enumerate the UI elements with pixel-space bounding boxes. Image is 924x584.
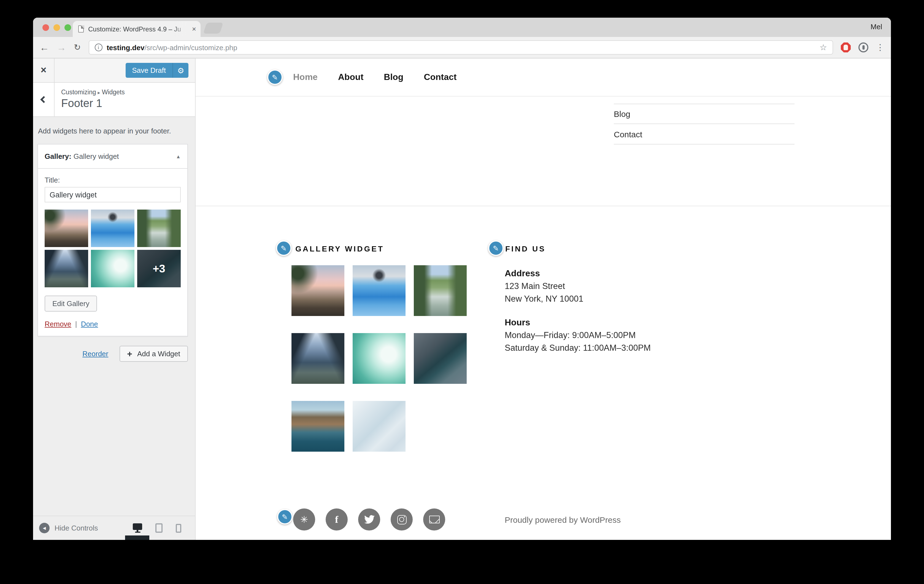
browser-tab[interactable]: Customize: WordPress 4.9 – Ju × xyxy=(73,21,201,37)
nav-link-home[interactable]: Home xyxy=(293,72,318,82)
page-list-item-contact[interactable]: Contact xyxy=(614,124,795,144)
close-window-button[interactable] xyxy=(43,24,49,31)
tablet-preview-button[interactable] xyxy=(155,524,163,533)
pencil-icon: ✎ xyxy=(493,244,499,252)
mobile-icon xyxy=(176,524,181,533)
pencil-icon: ✎ xyxy=(272,73,278,81)
edit-menu-shortcut-button[interactable]: ✎ xyxy=(267,69,283,85)
edit-social-menu-shortcut-button[interactable]: ✎ xyxy=(277,509,292,524)
traffic-lights xyxy=(43,24,71,31)
edit-gallery-button[interactable]: Edit Gallery xyxy=(45,296,97,311)
triangle-left-icon: ◀ xyxy=(43,526,46,530)
edit-gallery-widget-shortcut-button[interactable]: ✎ xyxy=(276,240,292,256)
gallery-image-water-texture[interactable] xyxy=(353,401,406,452)
widget-type-label: Gallery: xyxy=(45,152,71,160)
address-bar[interactable]: i testing.dev/src/wp-admin/customize.php… xyxy=(88,40,833,55)
breadcrumb-section: Widgets xyxy=(102,89,125,95)
social-link-facebook[interactable]: f xyxy=(326,508,348,531)
gallery-image-coast-cliffs[interactable] xyxy=(292,401,344,452)
gallery-image-surfer[interactable] xyxy=(353,333,406,384)
bookmark-star-icon[interactable]: ☆ xyxy=(820,43,827,52)
page-list-item-blog[interactable]: Blog xyxy=(614,104,795,124)
widget-card-header[interactable]: Gallery: Gallery widget ▲ xyxy=(38,144,187,169)
zoom-window-button[interactable] xyxy=(64,24,71,31)
save-draft-button[interactable]: Save Draft xyxy=(125,63,173,78)
email-envelope-icon xyxy=(429,516,439,523)
edit-findus-widget-shortcut-button[interactable]: ✎ xyxy=(488,240,503,256)
plus-icon: + xyxy=(127,349,132,358)
site-info-icon[interactable]: i xyxy=(94,43,102,51)
password-manager-extension-icon[interactable] xyxy=(858,43,868,52)
done-link[interactable]: Done xyxy=(81,320,98,328)
mobile-preview-button[interactable] xyxy=(176,524,181,533)
footer-findus-heading: FIND US xyxy=(505,244,546,253)
hours-label: Hours xyxy=(505,316,651,329)
facebook-icon: f xyxy=(335,514,338,525)
gallery-thumb-glacier-hiker[interactable] xyxy=(91,210,134,247)
reload-icon[interactable]: ↻ xyxy=(74,43,81,52)
site-footer: ✎ GALLERY WIDGET ✎ FIND US xyxy=(196,206,891,540)
tablet-icon xyxy=(155,524,163,533)
gallery-thumb-sunset-coast[interactable] xyxy=(45,210,88,247)
widget-title-input[interactable] xyxy=(45,187,181,202)
section-header: Customizing▸Widgets Footer 1 xyxy=(33,83,195,117)
hours-line2: Saturday & Sunday: 11:00AM–3:00PM xyxy=(505,341,651,354)
gallery-image-sunset-coast[interactable] xyxy=(292,265,344,316)
site-preview: ✎ Home About Blog Contact Blog Contact ✎… xyxy=(196,58,891,540)
collapse-sidebar-button[interactable]: ◀ xyxy=(39,523,50,533)
browser-profile-name[interactable]: Mel xyxy=(871,23,882,31)
nav-link-contact[interactable]: Contact xyxy=(424,72,457,82)
gallery-thumbnails: +3 xyxy=(45,210,181,287)
add-widget-label: Add a Widget xyxy=(137,350,180,358)
adblocker-extension-icon[interactable] xyxy=(841,43,851,52)
pages-widget-list: Blog Contact xyxy=(614,104,795,144)
gallery-image-forest-river[interactable] xyxy=(414,265,467,316)
gallery-image-dark-wave[interactable] xyxy=(414,333,467,384)
nav-link-blog[interactable]: Blog xyxy=(384,72,403,82)
browser-window: Customize: WordPress 4.9 – Ju × Mel ← → … xyxy=(33,18,891,540)
nav-link-about[interactable]: About xyxy=(338,72,363,82)
hide-controls-label[interactable]: Hide Controls xyxy=(54,524,98,532)
new-tab-button[interactable] xyxy=(203,23,223,34)
collapse-widget-icon[interactable]: ▲ xyxy=(176,154,181,159)
back-icon[interactable]: ← xyxy=(40,43,49,52)
hours-line1: Monday—Friday: 9:00AM–5:00PM xyxy=(505,329,651,341)
yelp-icon: ✳ xyxy=(300,514,308,525)
close-customizer-button[interactable]: × xyxy=(33,58,54,82)
gallery-image-glacier-hiker[interactable] xyxy=(353,265,406,316)
address-line2: New York, NY 10001 xyxy=(505,292,651,305)
social-link-email[interactable] xyxy=(423,508,445,531)
reorder-link[interactable]: Reorder xyxy=(82,350,108,358)
screen: Customize: WordPress 4.9 – Ju × Mel ← → … xyxy=(0,0,924,584)
customizer-header: × Save Draft ⚙ xyxy=(33,58,195,83)
tab-close-icon[interactable]: × xyxy=(192,25,196,33)
social-link-instagram[interactable] xyxy=(391,508,412,531)
gallery-thumb-forest-river[interactable] xyxy=(137,210,181,247)
more-images-overlay: +3 xyxy=(137,250,181,287)
gallery-thumb-fjord[interactable] xyxy=(45,250,88,287)
url-path: /src/wp-admin/customize.php xyxy=(144,43,237,51)
active-device-indicator xyxy=(125,536,149,540)
gallery-image-fjord[interactable] xyxy=(292,333,344,384)
gallery-thumb-more[interactable]: +3 xyxy=(137,250,181,287)
desktop-preview-button[interactable] xyxy=(133,523,142,533)
desktop-icon xyxy=(133,523,142,530)
gallery-thumb-surfer[interactable] xyxy=(91,250,134,287)
publish-settings-gear-icon[interactable]: ⚙ xyxy=(173,63,188,78)
social-link-twitter[interactable] xyxy=(358,508,380,531)
address-label: Address xyxy=(505,267,651,280)
widget-title-label: Gallery widget xyxy=(74,152,119,160)
back-section-button[interactable] xyxy=(33,83,54,116)
social-link-yelp[interactable]: ✳ xyxy=(293,508,315,531)
minimize-window-button[interactable] xyxy=(53,24,60,31)
footer-gallery-grid xyxy=(292,265,467,452)
browser-menu-icon[interactable]: ⋮ xyxy=(876,43,884,52)
remove-widget-link[interactable]: Remove xyxy=(45,320,71,328)
gallery-widget-card: Gallery: Gallery widget ▲ Title: xyxy=(38,144,188,336)
add-widget-button[interactable]: + Add a Widget xyxy=(119,346,188,362)
instagram-icon xyxy=(397,515,406,524)
hand-icon xyxy=(843,45,848,50)
address-line1: 123 Main Street xyxy=(505,280,651,292)
save-button-group: Save Draft ⚙ xyxy=(125,63,188,78)
footer-gallery-heading: GALLERY WIDGET xyxy=(295,244,384,253)
